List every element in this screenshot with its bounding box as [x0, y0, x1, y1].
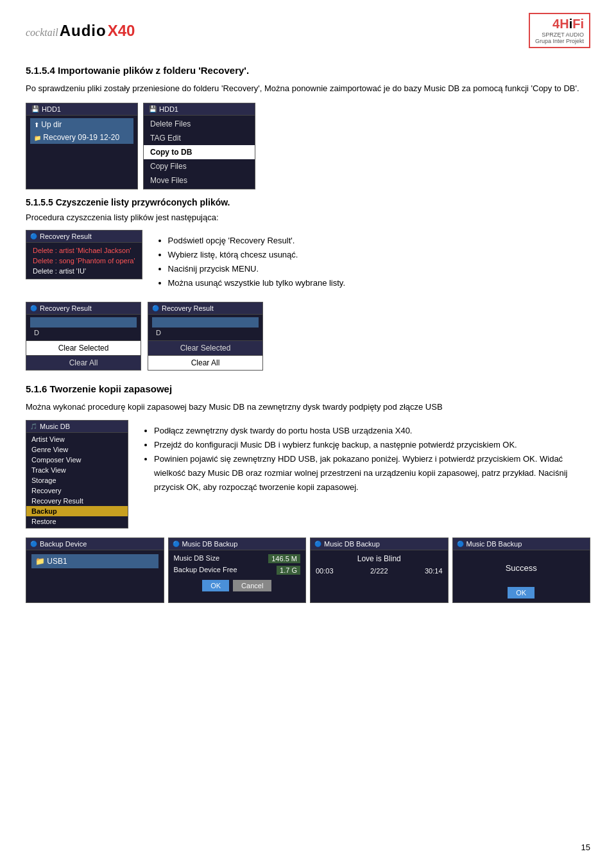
backup-device-title: Backup Device — [40, 540, 87, 548]
clear-title-1: Recovery Result — [40, 304, 92, 312]
body-text-516: Można wykonać procedurę kopii zapasowej … — [26, 401, 590, 414]
rr-item-2: Delete : song 'Phantom of opera' — [30, 256, 138, 266]
musicdb-recovery[interactable]: Recovery — [26, 485, 128, 496]
menu-copy-to-db[interactable]: Copy to DB — [144, 145, 255, 159]
recovery-procedure-row: 🔵 Recovery Result Delete : artist 'Micha… — [26, 230, 590, 294]
backup-track-count: 2/222 — [370, 567, 388, 575]
musicdb-titlebar: 🎵 Music DB — [26, 421, 128, 433]
backup-free-val: 1.7 G — [277, 566, 300, 575]
menu-move-files[interactable]: Move Files — [144, 173, 255, 188]
clear-item-1b[interactable]: D — [30, 328, 137, 338]
hdd2-titlebar: 💾 HDD1 — [144, 103, 255, 116]
clear-selected-btn-1[interactable]: Clear Selected — [26, 340, 141, 355]
backup-ok-btn[interactable]: OK — [202, 580, 229, 591]
clear-screen-1: 🔵 Recovery Result D Clear Selected Clear… — [26, 302, 141, 371]
musicdb-screen: 🎵 Music DB Artist View Genre View Compos… — [26, 420, 128, 529]
backup-free-row: Backup Device Free 1.7 G — [174, 566, 301, 575]
musicdb-track-view[interactable]: Track View — [26, 465, 128, 475]
bullet-2: Wybierz listę, którą chcesz usunąć. — [168, 248, 345, 262]
backup-screens-row: 🔵 Backup Device 📁 USB1 🔵 Music DB Backup… — [26, 537, 590, 603]
backup-success-text: Success — [458, 554, 585, 582]
rr-item-3: Delete : artist 'IU' — [30, 266, 138, 276]
musicdb-recovery-result[interactable]: Recovery Result — [26, 496, 128, 506]
backup-bullet-3: Powinien pojawić się zewnętrzny HDD USB,… — [154, 452, 590, 494]
clear-screens-row: 🔵 Recovery Result D Clear Selected Clear… — [26, 302, 590, 371]
musicdb-backup-progress-body: Love is Blind 00:03 2/222 30:14 — [311, 550, 448, 579]
rr-body: Delete : artist 'Michael Jackson' Delete… — [26, 243, 142, 279]
clear-all-btn-1[interactable]: Clear All — [26, 355, 141, 370]
hdd1-item-recovery[interactable]: 📁 Recovery 09-19 12-20 — [30, 131, 133, 144]
bullet-1: Podświetl opcję 'Recovery Result'. — [168, 234, 345, 248]
backup-time-elapsed: 00:03 — [316, 567, 334, 575]
hdd2-screen: 💾 HDD1 Delete Files TAG Edit Copy to DB … — [143, 103, 255, 189]
musicdb-storage[interactable]: Storage — [26, 475, 128, 485]
header: cocktail Audio X40 4HiFi SPRZĘT AUDIO Gr… — [26, 13, 590, 53]
musicdb-backup-progress-icon: 🔵 — [314, 541, 321, 547]
page-number: 15 — [581, 843, 590, 852]
musicdb-backup-progress-titlebar: 🔵 Music DB Backup — [311, 538, 448, 550]
backup-device-icon: 🔵 — [30, 541, 37, 547]
page: cocktail Audio X40 4HiFi SPRZĘT AUDIO Gr… — [0, 0, 616, 865]
clear-all-btn-2[interactable]: Clear All — [148, 355, 262, 370]
usb-icon: 📁 — [35, 557, 45, 566]
body-text-5154: Po sprawdzeniu pliki zostały przeniesion… — [26, 82, 590, 95]
musicdb-section-row: 🎵 Music DB Artist View Genre View Compos… — [26, 420, 590, 529]
clear-icon-1: 🔵 — [30, 305, 37, 311]
backup-bullets: Podłącz zewnętrzny dysk twardy do portu … — [154, 424, 590, 494]
hdd-icon: 💾 — [31, 105, 39, 112]
musicdb-restore[interactable]: Restore — [26, 516, 128, 527]
musicdb-composer-view[interactable]: Composer View — [26, 455, 128, 465]
clear-selected-btn-2[interactable]: Clear Selected — [148, 340, 262, 355]
musicdb-backup-success-titlebar: 🔵 Music DB Backup — [453, 538, 590, 550]
clear-title-2: Recovery Result — [162, 304, 214, 312]
musicdb-backup[interactable]: Backup — [26, 506, 128, 516]
rr-title: Recovery Result — [40, 232, 92, 240]
backup-progress-details: 00:03 2/222 30:14 — [316, 567, 443, 575]
section-heading-516: 5.1.6 Tworzenie kopii zapasowej — [26, 383, 590, 394]
clear-item-2b[interactable]: D — [152, 328, 259, 338]
backup-bullet-1: Podłącz zewnętrzny dysk twardy do portu … — [154, 424, 590, 438]
musicdb-title: Music DB — [40, 423, 70, 430]
musicdb-backup-success-title: Music DB Backup — [466, 540, 522, 548]
hdd1-body: ⬆ Up dir 📁 Recovery 09-19 12-20 — [26, 116, 137, 146]
clear-screen-2: 🔵 Recovery Result D Clear Selected Clear… — [148, 302, 263, 371]
backup-success-btn-row: OK — [458, 587, 585, 599]
musicdb-backup-size-title: Music DB Backup — [182, 540, 238, 548]
clear-icon-2: 🔵 — [152, 305, 159, 311]
rr-item-1: Delete : artist 'Michael Jackson' — [30, 245, 138, 256]
hdd1-item-updir[interactable]: ⬆ Up dir — [30, 118, 133, 131]
clear-item-2a[interactable] — [152, 317, 259, 328]
backup-success-ok-btn[interactable]: OK — [508, 587, 535, 599]
backup-db-size-val: 146.5 M — [268, 554, 300, 563]
backup-device-body: 📁 USB1 — [26, 550, 164, 572]
backup-bullet-2: Przejdź do konfiguracji Music DB i wybie… — [154, 438, 590, 452]
menu-delete-files[interactable]: Delete Files — [144, 117, 255, 131]
backup-btn-row: OK Cancel — [174, 580, 301, 591]
musicdb-genre-view[interactable]: Genre View — [26, 444, 128, 455]
hdd1-screen: 💾 HDD1 ⬆ Up dir 📁 Recovery 09-19 12-20 — [26, 103, 138, 189]
clear-item-1a[interactable] — [30, 317, 137, 328]
logo-4hifi: 4HiFi SPRZĘT AUDIO Grupa Inter Projekt — [529, 13, 590, 48]
backup-free-label: Backup Device Free — [174, 566, 237, 575]
backup-cancel-btn[interactable]: Cancel — [233, 580, 271, 591]
hdd-screenshots-row: 💾 HDD1 ⬆ Up dir 📁 Recovery 09-19 12-20 💾… — [26, 103, 590, 189]
backup-usb1-item[interactable]: 📁 USB1 — [31, 554, 158, 568]
musicdb-backup-size-titlebar: 🔵 Music DB Backup — [169, 538, 306, 550]
musicdb-backup-success-icon: 🔵 — [457, 541, 464, 547]
logo-cocktail: cocktail Audio X40 — [26, 22, 135, 40]
musicdb-backup-size-body: Music DB Size 146.5 M Backup Device Free… — [169, 550, 306, 595]
musicdb-backup-size-screen: 🔵 Music DB Backup Music DB Size 146.5 M … — [168, 537, 307, 603]
musicdb-backup-progress-screen: 🔵 Music DB Backup Love is Blind 00:03 2/… — [310, 537, 449, 603]
musicdb-icon: 🎵 — [30, 423, 37, 430]
musicdb-artist-view[interactable]: Artist View — [26, 434, 128, 444]
menu-copy-files[interactable]: Copy Files — [144, 159, 255, 173]
bullet-4: Można usunąć wszystkie lub tylko wybrane… — [168, 276, 345, 290]
backup-db-size-row: Music DB Size 146.5 M — [174, 554, 301, 563]
backup-song-name: Love is Blind — [316, 554, 443, 563]
backup-db-size-label: Music DB Size — [174, 554, 220, 563]
section-heading-5155: 5.1.5.5 Czyszczenie listy przywróconych … — [26, 197, 590, 207]
backup-device-titlebar: 🔵 Backup Device — [26, 538, 164, 550]
rr-icon: 🔵 — [30, 233, 37, 240]
hdd1-titlebar: 💾 HDD1 — [26, 103, 137, 116]
menu-tag-edit[interactable]: TAG Edit — [144, 131, 255, 145]
